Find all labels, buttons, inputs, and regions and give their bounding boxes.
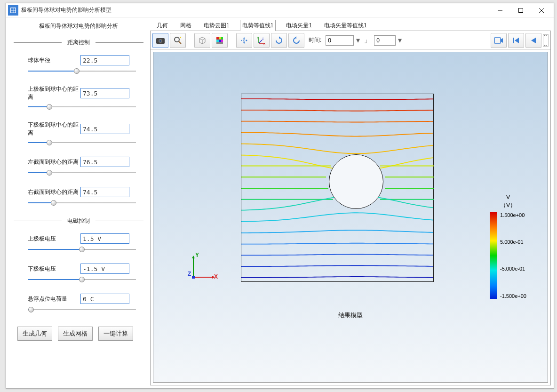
field-input[interactable] [80,88,129,98]
svg-rect-27 [513,38,514,43]
field-input[interactable] [80,264,129,274]
svg-text:Y: Y [257,36,259,39]
video-icon[interactable] [491,33,507,48]
axis-icon[interactable]: XYZ [254,33,270,48]
app-window: 极板间导体球对电势的影响分析模型 极板间导体球对电势的影响分析 距离控制 球体半… [6,3,554,389]
field-g1-0: 球体半径 [14,55,143,75]
viewport: XYZ 时间: ▾ 」 ▾ [150,31,551,385]
field-g1-2: 下极板到球中心的距离 [14,121,143,146]
slider-thumb[interactable] [28,307,34,312]
step-input[interactable] [374,35,396,46]
svg-rect-31 [490,212,497,299]
slider-thumb[interactable] [51,200,56,206]
slider[interactable] [28,103,136,111]
field-g2-2: 悬浮点位电荷量 [14,294,143,313]
pan-icon[interactable] [236,33,252,48]
field-label: 下极板电压 [28,265,80,273]
slider-thumb[interactable] [74,68,80,74]
sphere [329,154,383,209]
field-label: 下极板到球中心的距离 [28,121,80,137]
minimize-button[interactable] [490,4,510,17]
tab-0[interactable]: 几何 [155,20,170,31]
maximize-button[interactable] [510,4,531,17]
dropdown-arrow-icon: ▾ [398,36,402,45]
slider[interactable] [28,246,136,253]
group-title-distance: 距离控制 [14,39,143,47]
gen-mesh-button[interactable]: 生成网格 [58,327,93,341]
close-button[interactable] [531,4,552,17]
axes-triad: Y X Z [189,255,217,283]
slider[interactable] [28,199,136,207]
content: 极板间导体球对电势的影响分析 距离控制 球体半径 上极板到球中心的距离 下极板到… [6,17,554,388]
slider-thumb[interactable] [79,277,85,282]
slider[interactable] [28,169,136,176]
field-input[interactable] [80,124,129,134]
render-box-icon[interactable] [194,33,210,48]
color-cube-icon[interactable] [212,33,228,48]
camera-icon[interactable] [152,33,168,48]
field-label: 左截面到球心的距离 [28,158,80,166]
svg-rect-15 [216,40,219,42]
legend-title: V （V） [500,193,517,209]
svg-point-10 [175,37,179,42]
svg-line-22 [259,40,262,43]
tab-1[interactable]: 网格 [178,20,193,31]
main-column: 几何网格电势云图1电势等值线1电场矢量1电场矢量等值线1 XYZ 时间: ▾ 」 [150,20,551,385]
field-label: 右截面到球心的距离 [28,188,80,196]
sidebar-title: 极板间导体球对电势的影响分析 [14,22,143,30]
plot-caption: 结果模型 [338,311,363,320]
slider[interactable] [28,276,136,283]
app-icon [8,5,18,16]
slider-thumb[interactable] [79,247,85,252]
play-back-icon[interactable] [525,33,541,48]
svg-line-11 [179,41,181,44]
field-g1-3: 左截面到球心的距离 [14,157,143,176]
slider[interactable] [28,67,136,75]
slider[interactable] [28,139,136,146]
field-label: 悬浮点位电荷量 [28,295,80,303]
svg-rect-14 [221,37,223,40]
rotate-ccw-icon[interactable] [288,33,304,48]
field-label: 上极板电压 [28,235,80,243]
canvas-area: Y X Z 结果模型 V （V） [151,50,550,385]
field-g2-0: 上极板电压 [14,233,143,253]
field-input[interactable] [80,233,129,244]
svg-rect-13 [219,37,221,40]
toolbar: XYZ 时间: ▾ 」 ▾ [151,31,550,50]
time-select[interactable] [326,35,354,46]
window-title: 极板间导体球对电势的影响分析模型 [21,6,490,14]
field-input[interactable] [80,187,129,197]
gen-geom-button[interactable]: 生成几何 [17,327,52,341]
tab-3[interactable]: 电势等值线1 [240,20,276,31]
tab-2[interactable]: 电势云图1 [202,20,231,31]
svg-rect-26 [494,38,501,43]
colorbar [490,212,497,299]
field-input[interactable] [80,157,129,167]
slider-thumb[interactable] [47,140,52,145]
titlebar: 极板间导体球对电势的影响分析模型 [6,3,554,17]
zoom-icon[interactable] [170,33,186,48]
legend-ticks: 1.500e+00 5.000e-01 -5.000e-01 -1.500e+0… [500,212,526,299]
compute-button[interactable]: 一键计算 [98,327,133,341]
tab-5[interactable]: 电场矢量等值线1 [322,20,369,31]
button-row: 生成几何 生成网格 一键计算 [14,327,143,341]
field-input[interactable] [80,294,129,304]
group-title-em: 电磁控制 [14,217,143,225]
slider-thumb[interactable] [47,104,52,110]
dropdown-arrow-icon: ▾ [356,36,360,45]
tab-4[interactable]: 电场矢量1 [284,20,314,31]
rotate-cw-icon[interactable] [271,33,287,48]
svg-rect-30 [192,276,195,279]
field-input[interactable] [80,55,129,65]
field-label: 球体半径 [28,56,80,64]
slider[interactable] [28,306,136,313]
field-g2-1: 下极板电压 [14,264,143,283]
svg-rect-16 [219,40,221,42]
canvas[interactable]: Y X Z 结果模型 V （V） [153,52,548,383]
expand-icon[interactable] [543,34,549,47]
svg-text:Z: Z [262,37,264,40]
skip-start-icon[interactable] [508,33,524,48]
slider-thumb[interactable] [47,170,52,176]
svg-rect-17 [221,40,223,42]
legend: V （V） [485,193,532,299]
